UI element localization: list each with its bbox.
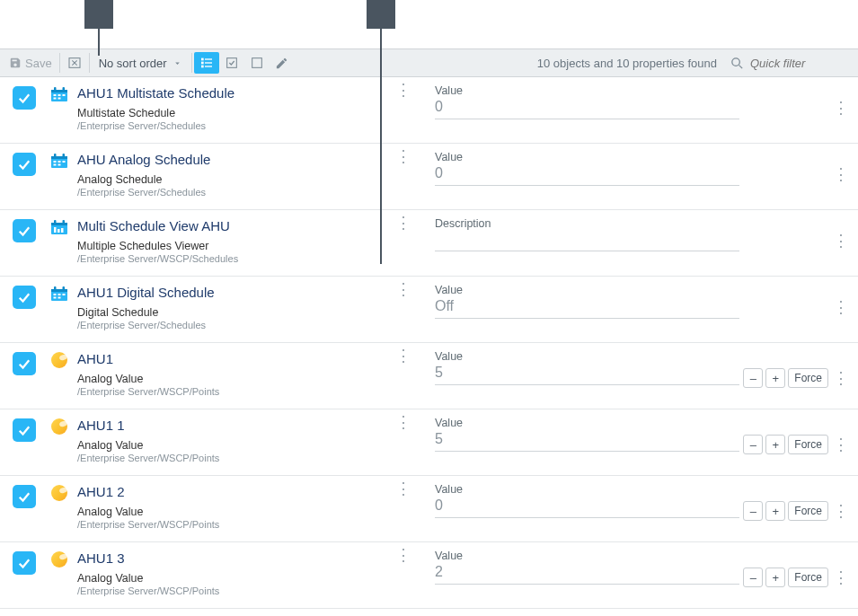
row-checkbox[interactable]: [13, 219, 36, 242]
property-menu-button[interactable]: ⋮: [831, 572, 851, 583]
search-wrap: [724, 56, 854, 71]
object-type: Multiple Schedules Viewer: [77, 240, 238, 252]
svg-rect-1: [201, 58, 204, 61]
property-menu-button[interactable]: ⋮: [831, 102, 851, 113]
force-button[interactable]: Force: [788, 568, 828, 587]
property-menu-button[interactable]: ⋮: [831, 169, 851, 180]
property-menu-button[interactable]: ⋮: [831, 302, 851, 312]
select-all-button[interactable]: [219, 52, 244, 74]
decrement-button[interactable]: –: [743, 435, 763, 454]
object-path: /Enterprise Server/WSCP/Points: [77, 386, 219, 397]
sort-order-dropdown[interactable]: No sort order: [92, 57, 190, 70]
property-cell: Value2–+Force⋮: [417, 542, 858, 608]
object-name[interactable]: AHU1 3: [77, 550, 219, 568]
view-list-button[interactable]: [194, 52, 219, 74]
property-cell: Value0⋮: [417, 77, 858, 143]
row-checkbox[interactable]: [13, 286, 36, 309]
object-menu-button[interactable]: ⋮: [395, 483, 411, 494]
property-menu-button[interactable]: ⋮: [831, 439, 851, 450]
force-button[interactable]: Force: [788, 435, 828, 454]
quick-filter-input[interactable]: [750, 57, 849, 70]
property-value[interactable]: 5: [435, 365, 739, 385]
object-name[interactable]: AHU1 2: [77, 483, 219, 501]
property-value[interactable]: [435, 232, 739, 251]
list-item: AHU1 2Analog Value/Enterprise Server/WSC…: [0, 476, 858, 542]
object-name[interactable]: AHU1: [77, 350, 219, 368]
property-menu-button[interactable]: ⋮: [831, 506, 851, 516]
object-name[interactable]: AHU Analog Schedule: [77, 151, 210, 169]
property-value[interactable]: 0: [435, 497, 739, 518]
object-menu-button[interactable]: ⋮: [395, 350, 411, 361]
property-value[interactable]: 2: [435, 564, 739, 585]
object-path: /Enterprise Server/Schedules: [77, 120, 234, 131]
decrement-button[interactable]: –: [743, 568, 763, 587]
object-type: Analog Schedule: [77, 173, 210, 186]
object-name[interactable]: AHU1 Digital Schedule: [77, 284, 215, 302]
increment-button[interactable]: +: [765, 501, 785, 521]
force-button[interactable]: Force: [788, 368, 828, 388]
list-item: AHU Analog ScheduleAnalog Schedule/Enter…: [0, 144, 858, 210]
svg-rect-4: [205, 58, 212, 59]
object-name[interactable]: Multi Schedule View AHU: [77, 217, 238, 235]
object-path: /Enterprise Server/Schedules: [77, 187, 210, 198]
row-checkbox[interactable]: [13, 418, 36, 442]
property-menu-button[interactable]: ⋮: [831, 235, 851, 246]
object-name[interactable]: AHU1 Multistate Schedule: [77, 84, 234, 102]
calendar-icon: [50, 286, 68, 302]
svg-rect-2: [201, 62, 204, 65]
property-label: Value: [435, 284, 847, 296]
checkbox-checked-icon: [225, 56, 239, 70]
object-name[interactable]: AHU1 1: [77, 417, 219, 435]
checkbox-cell: [0, 343, 49, 409]
list-item: AHU1 3Analog Value/Enterprise Server/WSC…: [0, 542, 858, 609]
object-menu-button[interactable]: ⋮: [395, 417, 411, 427]
svg-rect-7: [226, 58, 236, 68]
object-menu-button[interactable]: ⋮: [395, 151, 411, 162]
save-button[interactable]: Save: [4, 52, 57, 74]
pencil-icon: [275, 57, 288, 70]
annotation-line: [380, 29, 382, 264]
row-checkbox[interactable]: [13, 352, 36, 375]
calendar-icon: [50, 219, 68, 235]
row-checkbox[interactable]: [13, 153, 36, 176]
edit-button[interactable]: [270, 52, 294, 74]
point-icon: [51, 551, 67, 568]
property-cell: Value0⋮: [417, 144, 858, 209]
excel-icon: [67, 56, 82, 70]
object-path: /Enterprise Server/WSCP/Points: [77, 585, 219, 596]
object-cell: AHU1 3Analog Value/Enterprise Server/WSC…: [49, 542, 417, 608]
property-label: Value: [435, 417, 847, 429]
increment-button[interactable]: +: [765, 435, 785, 454]
object-menu-button[interactable]: ⋮: [395, 284, 411, 295]
property-cell: ValueOff⋮: [417, 277, 858, 342]
export-excel-button[interactable]: [62, 52, 87, 74]
row-checkbox[interactable]: [13, 86, 36, 110]
object-cell: AHU1 1Analog Value/Enterprise Server/WSC…: [49, 409, 417, 475]
object-cell: AHU1 2Analog Value/Enterprise Server/WSC…: [49, 476, 417, 541]
checkbox-cell: [0, 77, 49, 143]
increment-button[interactable]: +: [765, 368, 785, 388]
property-label: Value: [435, 151, 847, 163]
value-actions: –+Force⋮: [743, 568, 851, 587]
property-value[interactable]: 5: [435, 431, 739, 452]
search-icon: [730, 56, 745, 71]
object-type: Analog Value: [77, 439, 219, 452]
decrement-button[interactable]: –: [743, 501, 763, 521]
force-button[interactable]: Force: [788, 501, 828, 521]
save-icon: [9, 57, 22, 69]
property-value[interactable]: 0: [435, 165, 739, 186]
increment-button[interactable]: +: [765, 568, 785, 587]
object-list: AHU1 Multistate ScheduleMultistate Sched…: [0, 77, 858, 616]
object-menu-button[interactable]: ⋮: [395, 550, 411, 560]
property-value[interactable]: Off: [435, 298, 739, 319]
decrement-button[interactable]: –: [743, 368, 763, 388]
object-menu-button[interactable]: ⋮: [395, 84, 411, 95]
checkbox-cell: [0, 277, 49, 342]
deselect-all-button[interactable]: [244, 52, 270, 74]
object-path: /Enterprise Server/WSCP/Points: [77, 519, 219, 530]
property-menu-button[interactable]: ⋮: [831, 373, 851, 383]
property-value[interactable]: 0: [435, 99, 739, 119]
object-menu-button[interactable]: ⋮: [395, 217, 411, 228]
row-checkbox[interactable]: [13, 551, 36, 575]
row-checkbox[interactable]: [13, 485, 36, 508]
